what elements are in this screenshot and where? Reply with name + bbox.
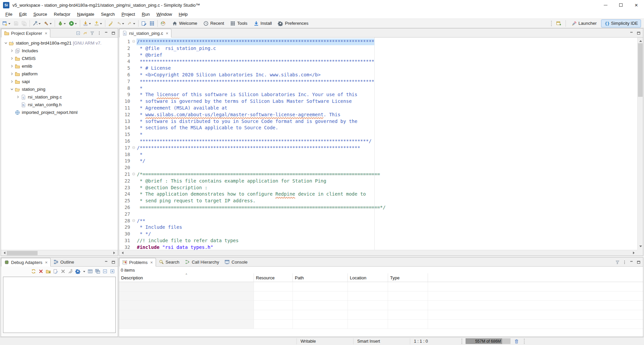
- tree-item-sapi[interactable]: sapi: [1, 78, 118, 85]
- code-line-12[interactable]: 12 * www.silabs.com/about-us/legal/maste…: [119, 112, 637, 118]
- code-line-13[interactable]: 13 * software is distributed to you in S…: [119, 118, 637, 125]
- line-number[interactable]: 20: [119, 164, 132, 171]
- close-tab-icon[interactable]: ×: [166, 31, 168, 36]
- code-line-16[interactable]: 16 *************************************…: [119, 138, 637, 145]
- menu-edit[interactable]: Edit: [16, 11, 30, 18]
- code-line-25[interactable]: 25 * send ping request to target IP addr…: [119, 198, 637, 204]
- menu-source[interactable]: Source: [30, 11, 50, 18]
- project-explorer-hscrollbar[interactable]: [1, 250, 118, 256]
- tab-console[interactable]: Console: [222, 258, 250, 266]
- code-line-27[interactable]: 27: [119, 211, 637, 218]
- new-wizard-button[interactable]: [1, 19, 12, 27]
- line-number[interactable]: 25: [119, 198, 132, 204]
- newfolder-button[interactable]: [46, 269, 51, 274]
- chevron-right-icon[interactable]: [9, 79, 15, 84]
- dropdown-arrow-icon[interactable]: [39, 23, 41, 25]
- code-line-5[interactable]: 5 * # License: [119, 65, 637, 72]
- debug-adapters-content[interactable]: [3, 277, 116, 333]
- close-tab-icon[interactable]: ×: [45, 260, 48, 265]
- dropdown-arrow-icon[interactable]: [75, 23, 77, 25]
- welcome-button[interactable]: Welcome: [169, 19, 200, 27]
- fold-marker-icon[interactable]: [132, 218, 137, 224]
- tab-problems[interactable]: Problems×: [119, 258, 156, 267]
- tab-search[interactable]: Search: [156, 258, 182, 266]
- chevron-right-icon[interactable]: [9, 56, 15, 61]
- code-line-26[interactable]: 26 =====================================…: [119, 204, 637, 211]
- collapseall-icon[interactable]: [76, 31, 80, 36]
- menu-run[interactable]: Run: [139, 11, 153, 18]
- perspective-simplicity-ide[interactable]: {}Simplicity IDE: [601, 19, 641, 27]
- tab-editor-file[interactable]: c rsi_station_ping.c ×: [119, 29, 171, 38]
- code-line-2[interactable]: 2 * @file rsi_station_ping.c: [119, 45, 637, 52]
- code-line-6[interactable]: 6 * <b>Copyright 2020 Silicon Laboratori…: [119, 72, 637, 78]
- tree-item-CMSIS[interactable]: CMSIS: [1, 55, 118, 62]
- line-number[interactable]: 5: [119, 65, 132, 72]
- code-line-19[interactable]: 19 */: [119, 158, 637, 164]
- expand2-button[interactable]: [110, 269, 115, 274]
- dropdown-arrow-icon[interactable]: [133, 23, 135, 25]
- funnel-icon[interactable]: [615, 260, 620, 265]
- line-number[interactable]: 15: [119, 131, 132, 138]
- line-number[interactable]: 7: [119, 78, 132, 85]
- line-number[interactable]: 6: [119, 72, 132, 78]
- run-garbage-collector-button[interactable]: [514, 337, 519, 345]
- toolsgray-button[interactable]: [68, 269, 73, 274]
- column-header-path[interactable]: Path: [293, 273, 348, 282]
- dots-icon[interactable]: [622, 260, 627, 265]
- chevron-right-icon[interactable]: [9, 64, 15, 68]
- editor-hscrollbar[interactable]: [119, 250, 637, 256]
- code-line-14[interactable]: 14 * sections of the MSLA applicable to …: [119, 125, 637, 131]
- tab-project-explorer[interactable]: Project Explorer ×: [1, 29, 50, 38]
- code-line-30[interactable]: 30 * */: [119, 231, 637, 237]
- line-number[interactable]: 8: [119, 85, 132, 92]
- line-number[interactable]: 28: [119, 218, 132, 224]
- winmin-icon[interactable]: [104, 260, 109, 265]
- chevron-down-icon[interactable]: [3, 41, 9, 45]
- code-line-7[interactable]: 7 **************************************…: [119, 78, 637, 85]
- tab-debug-adapters[interactable]: Debug Adapters×: [1, 258, 51, 267]
- line-number[interactable]: 11: [119, 105, 132, 112]
- flash-upload-button[interactable]: [93, 19, 103, 27]
- line-number[interactable]: 2: [119, 45, 132, 52]
- minimize-button[interactable]: [598, 0, 613, 10]
- fold-marker-icon[interactable]: [132, 171, 137, 178]
- tree-item-rsi_station_ping.c[interactable]: crsi_station_ping.c: [1, 93, 118, 101]
- code-line-15[interactable]: 15 *: [119, 131, 637, 138]
- run-button[interactable]: [68, 19, 78, 27]
- menu-file[interactable]: File: [2, 11, 16, 18]
- code-line-23[interactable]: 23 * @section Description :: [119, 185, 637, 191]
- debug-button[interactable]: [57, 19, 67, 27]
- line-number[interactable]: 31: [119, 237, 132, 244]
- line-number[interactable]: 29: [119, 224, 132, 231]
- winmin-icon[interactable]: [104, 31, 109, 36]
- winmax-icon[interactable]: [636, 260, 641, 265]
- preferences-button[interactable]: Preferences: [275, 19, 311, 27]
- table-row[interactable]: [119, 291, 643, 301]
- table-row[interactable]: [119, 310, 643, 320]
- linkeditor-icon[interactable]: [83, 31, 88, 36]
- line-number[interactable]: 10: [119, 98, 132, 105]
- grayx-button[interactable]: [60, 269, 66, 274]
- perspective-launcher[interactable]: Launcher: [569, 19, 600, 27]
- code-line-18[interactable]: 18 *: [119, 151, 637, 158]
- close-tab-icon[interactable]: ×: [45, 31, 47, 36]
- fold-marker-icon[interactable]: [132, 145, 137, 151]
- scroll-right-icon[interactable]: [632, 250, 637, 256]
- code-line-21[interactable]: 21/*====================================…: [119, 171, 637, 178]
- generate-button[interactable]: [32, 19, 42, 27]
- chevron-down-icon[interactable]: [9, 87, 15, 91]
- chevron-right-icon[interactable]: [9, 49, 15, 53]
- menu-help[interactable]: Help: [175, 11, 191, 18]
- save-all-button[interactable]: [20, 19, 28, 27]
- line-number[interactable]: 12: [119, 112, 132, 118]
- code-line-28[interactable]: 28/**: [119, 218, 637, 224]
- edit-button[interactable]: [53, 269, 58, 274]
- funnel-icon[interactable]: [90, 31, 95, 36]
- tab-outline[interactable]: Outline: [51, 258, 77, 266]
- tree-item-station_ping-brd4180a-mg21[interactable]: cstation_ping-brd4180a-mg21[GNU ARM v7.: [1, 39, 118, 47]
- code-line-1[interactable]: 1/**************************************…: [119, 39, 637, 45]
- flash-programmer-button[interactable]: [82, 19, 92, 27]
- line-number[interactable]: 18: [119, 151, 132, 158]
- menu-project[interactable]: Project: [118, 11, 138, 18]
- forward-button[interactable]: [126, 19, 137, 27]
